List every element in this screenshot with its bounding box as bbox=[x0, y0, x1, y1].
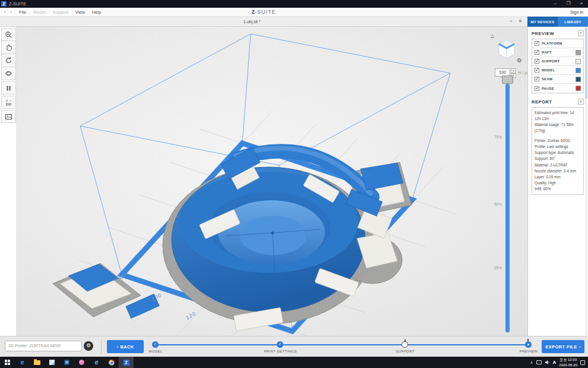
nav-forward-icon[interactable]: › bbox=[10, 9, 12, 15]
step-model-label: MODEL bbox=[148, 350, 162, 353]
tab-close-icon[interactable]: × bbox=[507, 17, 514, 27]
rotate-tool-button[interactable] bbox=[1, 54, 16, 67]
taskbar-clock[interactable]: 오전 12:03 2020-05-20 bbox=[559, 357, 577, 367]
slider-label-25: 25% bbox=[484, 266, 502, 270]
nav-back-icon[interactable]: ‹ bbox=[4, 9, 6, 15]
taskbar-edge[interactable]: e bbox=[15, 357, 30, 368]
seam-label: SEAM bbox=[542, 77, 576, 81]
layer-slider-track[interactable] bbox=[505, 84, 510, 332]
taskbar-file-explorer[interactable] bbox=[30, 357, 45, 368]
3d-viewport[interactable]: 200 100 120 ⌂ ⚙ 100 ▲ ▼ % / pcs 75% 50% … bbox=[16, 27, 527, 336]
tab-library[interactable]: LIBRARY bbox=[558, 17, 588, 27]
pause-insert-button[interactable] bbox=[1, 81, 16, 95]
preview-help-button[interactable]: ? bbox=[578, 30, 584, 36]
support-label: SUPPORT bbox=[542, 59, 576, 63]
step-support-label: SUPPORT bbox=[396, 350, 415, 353]
platform-checkbox[interactable] bbox=[535, 41, 539, 46]
layer-range-button[interactable]: +− bbox=[1, 96, 16, 109]
paint3d-icon bbox=[79, 360, 84, 365]
window-title: Z-SUITE bbox=[9, 2, 26, 6]
close-button[interactable]: × bbox=[575, 0, 588, 8]
minimize-button[interactable]: – bbox=[549, 0, 562, 8]
preview-layer-list: PLATFORM RAFT SUPPORT MODEL SEAM PAUSE bbox=[532, 39, 584, 93]
ruler-label-120: 120 bbox=[185, 310, 197, 321]
zoom-tool-button[interactable] bbox=[1, 28, 16, 41]
maximize-button[interactable]: ❐ bbox=[562, 0, 575, 8]
model-label: MODEL bbox=[542, 68, 576, 72]
workflow-progress-line bbox=[156, 344, 529, 345]
orbit-view-button[interactable] bbox=[1, 67, 16, 80]
workflow-bar: 3D Printer: ZORTRAX M200 ⚙ ‹ BACK MODEL … bbox=[0, 336, 588, 357]
raft-checkbox[interactable] bbox=[535, 50, 539, 55]
file-tab[interactable]: 1-obj.stl * bbox=[0, 17, 504, 27]
volume-icon[interactable] bbox=[545, 360, 550, 365]
step-support-dot[interactable] bbox=[402, 341, 408, 348]
menu-bar: ‹ › File Model Support View Help Z-SUITE… bbox=[0, 8, 588, 17]
view-toolbar: +− bbox=[1, 28, 16, 123]
edge-icon: e bbox=[20, 359, 24, 366]
hand-icon bbox=[5, 43, 12, 51]
network-display-icon[interactable] bbox=[536, 360, 542, 364]
layer-row-raft: RAFT bbox=[532, 48, 583, 57]
step-print-settings-dot[interactable] bbox=[277, 341, 283, 348]
home-view-icon[interactable]: ⌂ bbox=[491, 33, 494, 39]
menu-help[interactable]: Help bbox=[92, 10, 101, 15]
3d-scene[interactable]: 200 100 120 bbox=[16, 27, 527, 336]
orbit-globe-icon bbox=[5, 70, 12, 77]
printer-settings-gear-icon[interactable]: ⚙ bbox=[84, 341, 93, 351]
ime-indicator[interactable]: A bbox=[553, 360, 557, 365]
preview-sidebar: PREVIEW ? PLATFORM RAFT SUPPORT MODEL SE… bbox=[527, 27, 588, 336]
tab-my-devices[interactable]: MY DEVICES bbox=[527, 17, 558, 27]
tab-add-icon[interactable]: + bbox=[516, 17, 524, 27]
seam-checkbox[interactable] bbox=[535, 77, 539, 81]
pause-color-swatch bbox=[576, 86, 581, 91]
layer-row-model: MODEL bbox=[532, 66, 583, 75]
pan-tool-button[interactable] bbox=[1, 41, 16, 54]
model-crater-floor bbox=[240, 216, 306, 255]
crater-center bbox=[271, 232, 274, 235]
report-section-title: REPORT bbox=[532, 99, 552, 105]
zsuite-icon: Z bbox=[124, 360, 129, 366]
slider-label-75: 75% bbox=[484, 135, 502, 139]
taskbar-paint3d[interactable] bbox=[74, 357, 89, 368]
spinner-up-icon[interactable]: ▲ bbox=[511, 68, 516, 73]
report-profile: Profile: Last settings bbox=[535, 144, 581, 150]
preview-section-title: PREVIEW bbox=[532, 31, 554, 36]
taskbar-zsuite-active[interactable]: Z bbox=[119, 357, 134, 368]
snapshot-button[interactable] bbox=[1, 110, 16, 123]
export-file-button[interactable]: EXPORT FILE › bbox=[542, 340, 584, 353]
report-quality: Quality: High bbox=[535, 180, 581, 186]
magnifier-plus-icon bbox=[5, 31, 12, 39]
taskbar-notes[interactable] bbox=[45, 357, 59, 368]
taskbar-chrome[interactable] bbox=[104, 357, 119, 368]
sign-in-link[interactable]: Sign in bbox=[571, 10, 583, 14]
svg-text:+: + bbox=[6, 99, 8, 103]
printer-select-field[interactable]: 3D Printer: ZORTRAX M200 bbox=[5, 341, 82, 351]
viewport-settings-gear-icon[interactable]: ⚙ bbox=[517, 58, 522, 64]
panel-scrollbar[interactable] bbox=[585, 27, 587, 335]
model-checkbox[interactable] bbox=[535, 68, 539, 73]
step-model-dot[interactable] bbox=[152, 341, 159, 348]
taskbar-internet-explorer[interactable]: e bbox=[89, 357, 104, 368]
support-checkbox[interactable] bbox=[535, 59, 539, 64]
internet-explorer-icon: e bbox=[94, 359, 98, 366]
photos-icon bbox=[64, 360, 69, 365]
step-preview-dot[interactable] bbox=[525, 341, 532, 348]
report-help-button[interactable]: ? bbox=[578, 99, 584, 105]
divider bbox=[101, 339, 102, 354]
pause-checkbox[interactable] bbox=[535, 86, 539, 91]
svg-text:−: − bbox=[10, 99, 12, 103]
menu-file[interactable]: File bbox=[19, 10, 26, 15]
start-button[interactable] bbox=[0, 357, 15, 368]
action-center-icon[interactable] bbox=[580, 360, 585, 365]
report-print-time: Estimated print time: 1d 12h 13m bbox=[535, 110, 581, 122]
step-preview-label: PREVIEW bbox=[520, 350, 538, 353]
menu-view[interactable]: View bbox=[75, 10, 85, 15]
layer-slider-handle[interactable] bbox=[502, 76, 513, 84]
copies-unit-label: % / pcs bbox=[518, 71, 527, 75]
back-button[interactable]: ‹ BACK bbox=[107, 340, 144, 353]
taskbar-photos[interactable] bbox=[59, 357, 74, 368]
view-cube[interactable] bbox=[495, 36, 519, 60]
tray-expand-icon[interactable]: ∧ bbox=[530, 360, 533, 365]
support-color-swatch bbox=[576, 59, 581, 64]
